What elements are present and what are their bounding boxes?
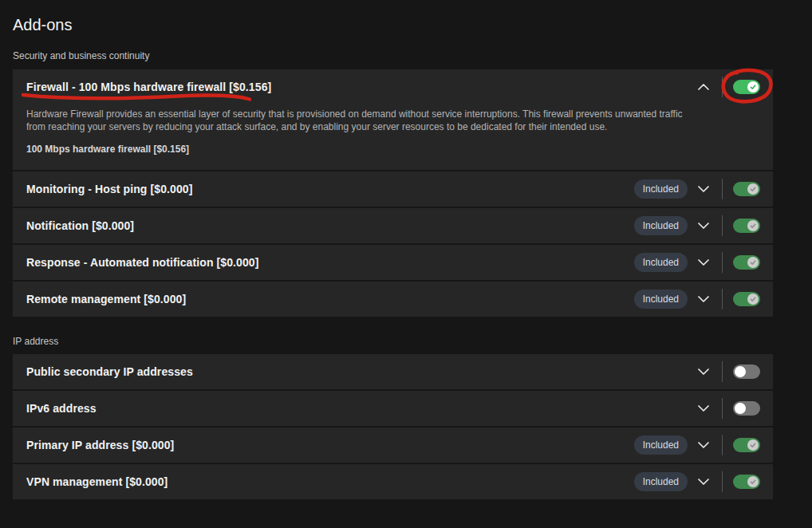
chevron-down-icon[interactable]	[698, 442, 709, 448]
addon-row-primary-ip-address: Primary IP address [$0.000] Included	[13, 428, 773, 463]
addon-row-header[interactable]: Remote management [$0.000] Included	[13, 282, 773, 317]
addon-row-header[interactable]: Firewall - 100 Mbps hardware firewall [$…	[13, 69, 773, 104]
addon-row-ipv6-address: IPv6 address	[13, 391, 773, 426]
toggle-switch[interactable]	[733, 475, 760, 489]
toggle-area	[733, 255, 760, 270]
red-underline-annotation	[22, 92, 251, 103]
toggle-switch[interactable]	[733, 438, 760, 452]
chevron-down-icon[interactable]	[698, 405, 709, 412]
toggle-knob	[747, 81, 759, 93]
row-controls	[698, 77, 760, 97]
addon-row-response-automated-notification: Response - Automated notification [$0.00…	[13, 245, 773, 280]
toggle-switch[interactable]	[733, 401, 760, 416]
addon-details: Hardware Firewall provides an essential …	[13, 104, 773, 170]
check-icon	[749, 258, 757, 266]
addon-title: Primary IP address [$0.000]	[26, 439, 174, 451]
divider	[722, 77, 723, 97]
toggle-switch[interactable]	[733, 255, 760, 270]
addon-title: Public secondary IP addresses	[26, 365, 193, 378]
row-controls: Included	[634, 435, 760, 455]
toggle-area	[733, 364, 760, 379]
addon-row-remote-management: Remote management [$0.000] Included	[13, 282, 773, 317]
included-badge: Included	[634, 216, 688, 235]
divider	[722, 471, 723, 492]
divider	[722, 398, 723, 419]
divider	[722, 289, 723, 309]
chevron-down-icon[interactable]	[698, 259, 709, 266]
addon-title: Monitoring - Host ping [$0.000]	[26, 183, 192, 195]
toggle-knob	[747, 220, 759, 231]
chevron-down-icon[interactable]	[698, 479, 709, 485]
row-controls: Included	[634, 215, 760, 236]
toggle-switch[interactable]	[733, 80, 760, 94]
addon-title: Response - Automated notification [$0.00…	[26, 256, 259, 269]
included-badge: Included	[634, 179, 688, 199]
divider	[722, 361, 723, 382]
toggle-knob	[735, 366, 746, 377]
check-icon	[749, 478, 757, 486]
addon-list: Firewall - 100 Mbps hardware firewall [$…	[13, 69, 773, 317]
row-controls: Included	[634, 289, 760, 309]
addon-row-header[interactable]: IPv6 address	[13, 391, 773, 426]
included-badge: Included	[634, 472, 688, 491]
check-icon	[749, 83, 757, 91]
row-controls	[698, 398, 760, 419]
row-controls: Included	[634, 471, 760, 492]
section-ip-address: IP address Public secondary IP addresses	[13, 335, 812, 499]
toggle-switch[interactable]	[733, 364, 760, 379]
toggle-knob	[747, 294, 759, 305]
toggle-area	[733, 219, 760, 233]
divider	[722, 435, 723, 455]
chevron-up-icon[interactable]	[698, 84, 709, 90]
chevron-down-icon[interactable]	[698, 223, 709, 229]
check-icon	[749, 222, 757, 230]
included-badge: Included	[634, 290, 688, 309]
toggle-knob	[747, 183, 759, 195]
toggle-knob	[735, 403, 746, 414]
chevron-down-icon[interactable]	[698, 186, 709, 192]
toggle-switch[interactable]	[733, 182, 760, 196]
row-controls	[698, 361, 760, 382]
addon-title: Firewall - 100 Mbps hardware firewall [$…	[26, 81, 271, 93]
toggle-area	[733, 182, 760, 196]
check-icon	[749, 441, 757, 449]
page-title: Add-ons	[13, 14, 812, 35]
toggle-area	[733, 292, 760, 306]
toggle-area	[733, 438, 760, 452]
addon-title: VPN management [$0.000]	[26, 475, 168, 488]
toggle-switch[interactable]	[733, 292, 760, 306]
addon-row-header[interactable]: Response - Automated notification [$0.00…	[13, 245, 773, 280]
addon-title: IPv6 address	[26, 402, 97, 415]
addon-row-monitoring-host-ping: Monitoring - Host ping [$0.000] Included	[13, 171, 773, 207]
addons-page: Add-ons Security and business continuity…	[0, 0, 812, 499]
toggle-area	[733, 80, 760, 94]
addon-list: Public secondary IP addresses	[13, 354, 773, 499]
addon-row-firewall: Firewall - 100 Mbps hardware firewall [$…	[13, 69, 773, 170]
divider	[722, 215, 723, 236]
addon-title: Remote management [$0.000]	[26, 293, 186, 305]
check-icon	[749, 295, 757, 303]
chevron-down-icon[interactable]	[698, 368, 709, 375]
check-icon	[749, 185, 757, 193]
included-badge: Included	[634, 435, 688, 455]
addon-row-vpn-management: VPN management [$0.000] Included	[13, 464, 773, 499]
row-controls: Included	[634, 252, 760, 273]
addon-row-header[interactable]: Primary IP address [$0.000] Included	[13, 428, 773, 463]
addon-row-header[interactable]: VPN management [$0.000] Included	[13, 464, 773, 499]
row-controls: Included	[634, 179, 760, 199]
chevron-down-icon[interactable]	[698, 296, 709, 302]
addon-row-public-secondary-ip-addresses: Public secondary IP addresses	[13, 354, 773, 389]
toggle-area	[733, 475, 760, 489]
included-badge: Included	[634, 253, 688, 272]
addon-row-header[interactable]: Monitoring - Host ping [$0.000] Included	[13, 171, 773, 207]
selected-option-label: 100 Mbps hardware firewall [$0.156]	[26, 143, 685, 156]
divider	[722, 179, 723, 199]
toggle-knob	[747, 476, 759, 487]
addon-description: Hardware Firewall provides an essential …	[26, 108, 685, 133]
section-security: Security and business continuity Firewal…	[13, 49, 812, 317]
toggle-switch[interactable]	[733, 219, 760, 233]
addon-row-header[interactable]: Public secondary IP addresses	[13, 354, 773, 389]
addon-row-header[interactable]: Notification [$0.000] Included	[13, 208, 773, 243]
section-label: Security and business continuity	[13, 49, 812, 62]
addon-row-notification: Notification [$0.000] Included	[13, 208, 773, 243]
